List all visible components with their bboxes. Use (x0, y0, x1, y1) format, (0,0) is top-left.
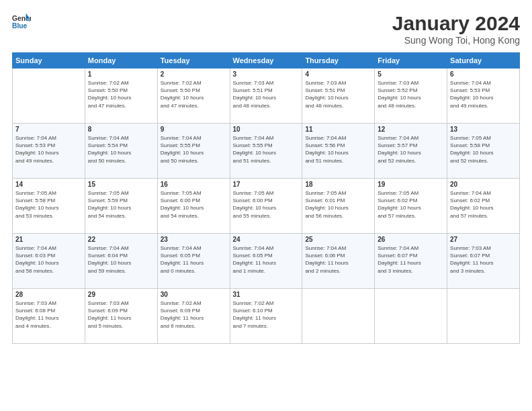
day-number: 24 (233, 236, 300, 243)
day-info: Sunrise: 7:05 AM Sunset: 6:02 PM Dayligh… (378, 189, 444, 220)
day-info: Sunrise: 7:03 AM Sunset: 5:51 PM Dayligh… (305, 79, 371, 109)
day-info: Sunrise: 7:02 AM Sunset: 6:10 PM Dayligh… (233, 300, 300, 330)
day-info: Sunrise: 7:03 AM Sunset: 5:51 PM Dayligh… (233, 79, 300, 109)
day-info: Sunrise: 7:04 AM Sunset: 5:54 PM Dayligh… (88, 134, 154, 165)
weekday-header-thursday: Thursday (302, 53, 375, 68)
day-info: Sunrise: 7:04 AM Sunset: 6:05 PM Dayligh… (233, 244, 300, 275)
day-number: 25 (305, 236, 371, 243)
calendar-cell: 24Sunrise: 7:04 AM Sunset: 6:05 PM Dayli… (230, 234, 302, 289)
day-info: Sunrise: 7:04 AM Sunset: 6:06 PM Dayligh… (305, 244, 371, 275)
calendar-cell: 16Sunrise: 7:05 AM Sunset: 6:00 PM Dayli… (157, 179, 230, 234)
calendar-cell: 3Sunrise: 7:03 AM Sunset: 5:51 PM Daylig… (230, 68, 302, 124)
calendar-cell: 27Sunrise: 7:03 AM Sunset: 6:07 PM Dayli… (447, 234, 520, 289)
day-number: 5 (378, 71, 444, 78)
calendar-cell (13, 68, 85, 124)
day-number: 6 (450, 71, 517, 78)
calendar-cell: 8Sunrise: 7:04 AM Sunset: 5:54 PM Daylig… (85, 124, 157, 179)
weekday-header-saturday: Saturday (447, 53, 520, 68)
calendar-cell: 18Sunrise: 7:05 AM Sunset: 6:01 PM Dayli… (302, 179, 375, 234)
day-number: 29 (88, 291, 154, 298)
day-info: Sunrise: 7:04 AM Sunset: 5:55 PM Dayligh… (161, 134, 227, 165)
day-info: Sunrise: 7:04 AM Sunset: 5:53 PM Dayligh… (15, 134, 82, 165)
calendar-cell: 21Sunrise: 7:04 AM Sunset: 6:03 PM Dayli… (13, 234, 85, 289)
day-info: Sunrise: 7:04 AM Sunset: 5:53 PM Dayligh… (450, 79, 517, 109)
day-number: 12 (378, 126, 444, 133)
day-info: Sunrise: 7:04 AM Sunset: 5:56 PM Dayligh… (305, 134, 371, 165)
day-number: 3 (233, 71, 300, 78)
logo: General Blue (12, 12, 31, 31)
day-info: Sunrise: 7:03 AM Sunset: 6:07 PM Dayligh… (450, 244, 517, 275)
day-number: 26 (378, 236, 444, 243)
calendar-cell: 30Sunrise: 7:02 AM Sunset: 6:09 PM Dayli… (157, 289, 230, 344)
calendar-cell: 10Sunrise: 7:04 AM Sunset: 5:55 PM Dayli… (230, 124, 302, 179)
day-info: Sunrise: 7:04 AM Sunset: 5:55 PM Dayligh… (233, 134, 300, 165)
day-info: Sunrise: 7:02 AM Sunset: 5:50 PM Dayligh… (88, 79, 154, 109)
calendar-cell: 7Sunrise: 7:04 AM Sunset: 5:53 PM Daylig… (13, 124, 85, 179)
day-info: Sunrise: 7:02 AM Sunset: 6:09 PM Dayligh… (161, 300, 227, 330)
calendar-cell: 15Sunrise: 7:05 AM Sunset: 5:59 PM Dayli… (85, 179, 157, 234)
calendar-cell: 12Sunrise: 7:04 AM Sunset: 5:57 PM Dayli… (375, 124, 447, 179)
day-info: Sunrise: 7:03 AM Sunset: 6:09 PM Dayligh… (88, 300, 154, 330)
calendar-cell: 2Sunrise: 7:02 AM Sunset: 5:50 PM Daylig… (157, 68, 230, 124)
day-number: 28 (15, 291, 82, 298)
calendar-cell: 23Sunrise: 7:04 AM Sunset: 6:05 PM Dayli… (157, 234, 230, 289)
calendar-cell: 4Sunrise: 7:03 AM Sunset: 5:51 PM Daylig… (302, 68, 375, 124)
calendar-cell (447, 289, 520, 344)
weekday-header-sunday: Sunday (13, 53, 85, 68)
day-number: 9 (161, 126, 227, 133)
day-number: 18 (305, 181, 371, 188)
calendar-cell: 25Sunrise: 7:04 AM Sunset: 6:06 PM Dayli… (302, 234, 375, 289)
svg-text:Blue: Blue (12, 22, 28, 30)
day-number: 2 (161, 71, 227, 78)
calendar-cell: 11Sunrise: 7:04 AM Sunset: 5:56 PM Dayli… (302, 124, 375, 179)
day-number: 30 (161, 291, 227, 298)
day-info: Sunrise: 7:04 AM Sunset: 6:05 PM Dayligh… (161, 244, 227, 275)
calendar-cell: 6Sunrise: 7:04 AM Sunset: 5:53 PM Daylig… (447, 68, 520, 124)
day-info: Sunrise: 7:05 AM Sunset: 6:00 PM Dayligh… (233, 189, 300, 220)
week-row-2: 7Sunrise: 7:04 AM Sunset: 5:53 PM Daylig… (13, 124, 520, 179)
day-info: Sunrise: 7:03 AM Sunset: 5:52 PM Dayligh… (378, 79, 444, 109)
day-number: 10 (233, 126, 300, 133)
calendar-cell: 31Sunrise: 7:02 AM Sunset: 6:10 PM Dayli… (230, 289, 302, 344)
calendar-cell: 5Sunrise: 7:03 AM Sunset: 5:52 PM Daylig… (375, 68, 447, 124)
day-number: 16 (161, 181, 227, 188)
weekday-header-tuesday: Tuesday (157, 53, 230, 68)
day-info: Sunrise: 7:05 AM Sunset: 5:58 PM Dayligh… (450, 134, 517, 165)
day-info: Sunrise: 7:05 AM Sunset: 6:01 PM Dayligh… (305, 189, 371, 220)
day-number: 17 (233, 181, 300, 188)
day-number: 15 (88, 181, 154, 188)
day-info: Sunrise: 7:04 AM Sunset: 6:04 PM Dayligh… (88, 244, 154, 275)
location: Sung Wong Toi, Hong Kong (392, 35, 520, 46)
calendar-cell: 19Sunrise: 7:05 AM Sunset: 6:02 PM Dayli… (375, 179, 447, 234)
day-number: 13 (450, 126, 517, 133)
calendar-cell: 17Sunrise: 7:05 AM Sunset: 6:00 PM Dayli… (230, 179, 302, 234)
calendar-cell (375, 289, 447, 344)
day-info: Sunrise: 7:04 AM Sunset: 6:03 PM Dayligh… (15, 244, 82, 275)
day-info: Sunrise: 7:05 AM Sunset: 6:00 PM Dayligh… (161, 189, 227, 220)
weekday-header-wednesday: Wednesday (230, 53, 302, 68)
calendar-table: SundayMondayTuesdayWednesdayThursdayFrid… (12, 52, 520, 344)
week-row-1: 1Sunrise: 7:02 AM Sunset: 5:50 PM Daylig… (13, 68, 520, 124)
day-info: Sunrise: 7:05 AM Sunset: 5:58 PM Dayligh… (15, 189, 82, 220)
day-number: 14 (15, 181, 82, 188)
day-number: 8 (88, 126, 154, 133)
calendar-cell: 22Sunrise: 7:04 AM Sunset: 6:04 PM Dayli… (85, 234, 157, 289)
week-row-3: 14Sunrise: 7:05 AM Sunset: 5:58 PM Dayli… (13, 179, 520, 234)
weekday-header-monday: Monday (85, 53, 157, 68)
calendar-cell (302, 289, 375, 344)
calendar-cell: 1Sunrise: 7:02 AM Sunset: 5:50 PM Daylig… (85, 68, 157, 124)
week-row-4: 21Sunrise: 7:04 AM Sunset: 6:03 PM Dayli… (13, 234, 520, 289)
day-number: 27 (450, 236, 517, 243)
calendar-cell: 14Sunrise: 7:05 AM Sunset: 5:58 PM Dayli… (13, 179, 85, 234)
day-info: Sunrise: 7:05 AM Sunset: 5:59 PM Dayligh… (88, 189, 154, 220)
week-row-5: 28Sunrise: 7:03 AM Sunset: 6:08 PM Dayli… (13, 289, 520, 344)
day-info: Sunrise: 7:04 AM Sunset: 6:07 PM Dayligh… (378, 244, 444, 275)
day-info: Sunrise: 7:04 AM Sunset: 6:02 PM Dayligh… (450, 189, 517, 220)
calendar-cell: 20Sunrise: 7:04 AM Sunset: 6:02 PM Dayli… (447, 179, 520, 234)
day-number: 20 (450, 181, 517, 188)
title-block: January 2024 Sung Wong Toi, Hong Kong (392, 12, 520, 46)
day-number: 19 (378, 181, 444, 188)
day-number: 23 (161, 236, 227, 243)
calendar-cell: 26Sunrise: 7:04 AM Sunset: 6:07 PM Dayli… (375, 234, 447, 289)
calendar-cell: 28Sunrise: 7:03 AM Sunset: 6:08 PM Dayli… (13, 289, 85, 344)
